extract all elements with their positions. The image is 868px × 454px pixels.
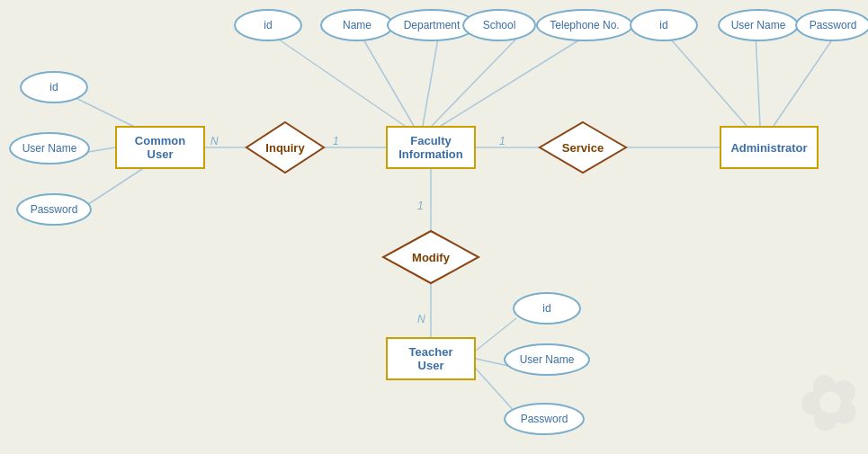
fi-name-label: Name bbox=[343, 19, 371, 31]
tu-username-label: User Name bbox=[520, 353, 575, 366]
ad-username-ellipse: User Name bbox=[718, 9, 799, 41]
svg-text:Service: Service bbox=[562, 141, 604, 155]
svg-line-14 bbox=[774, 33, 837, 126]
cu-id-ellipse: id bbox=[20, 71, 88, 103]
cu-password-label: Password bbox=[31, 203, 78, 216]
svg-line-10 bbox=[432, 33, 522, 126]
ad-id-ellipse: id bbox=[630, 9, 698, 41]
teacher-user-label: Teacher User bbox=[397, 345, 465, 372]
ad-password-label: Password bbox=[810, 19, 857, 31]
fi-dept-label: Department bbox=[404, 19, 461, 31]
tu-password-ellipse: Password bbox=[504, 403, 585, 435]
fi-school-label: School bbox=[483, 19, 516, 31]
administrator-label: Administrator bbox=[730, 141, 807, 155]
svg-text:Modify: Modify bbox=[412, 251, 451, 264]
teacher-user-entity: Teacher User bbox=[386, 337, 476, 380]
common-user-label: Common User bbox=[126, 134, 194, 161]
watermark: ✿ bbox=[786, 353, 868, 452]
cu-id-label: id bbox=[49, 81, 58, 93]
tu-id-label: id bbox=[542, 302, 550, 315]
svg-line-7 bbox=[270, 33, 405, 126]
cu-username-label: User Name bbox=[22, 142, 77, 155]
ad-password-ellipse: Password bbox=[795, 9, 868, 41]
svg-marker-22 bbox=[540, 122, 626, 173]
fi-tel-label: Telephone No. bbox=[550, 19, 619, 31]
cardinality-n2: N bbox=[417, 313, 425, 325]
cu-username-ellipse: User Name bbox=[9, 132, 90, 165]
cardinality-n1: N bbox=[210, 135, 219, 147]
common-user-entity: Common User bbox=[115, 126, 205, 169]
fi-school-ellipse: School bbox=[462, 9, 536, 41]
svg-line-19 bbox=[476, 369, 516, 414]
svg-marker-20 bbox=[246, 122, 324, 173]
cardinality-1b: 1 bbox=[499, 135, 506, 147]
cardinality-1a: 1 bbox=[333, 135, 339, 147]
svg-text:Inquiry: Inquiry bbox=[265, 141, 305, 155]
svg-line-17 bbox=[476, 318, 516, 351]
administrator-entity: Administrator bbox=[720, 126, 819, 169]
ad-username-label: User Name bbox=[731, 19, 786, 31]
svg-line-11 bbox=[441, 33, 590, 126]
service-diamond: Service bbox=[538, 120, 628, 174]
inquiry-diamond: Inquiry bbox=[245, 120, 326, 174]
svg-line-9 bbox=[423, 33, 439, 126]
svg-line-12 bbox=[666, 33, 747, 126]
cardinality-1c: 1 bbox=[417, 200, 424, 212]
fi-id-ellipse: id bbox=[234, 9, 302, 41]
svg-line-13 bbox=[756, 33, 760, 126]
ad-id-label: id bbox=[659, 19, 667, 31]
fi-tel-ellipse: Telephone No. bbox=[536, 9, 633, 41]
svg-marker-24 bbox=[383, 231, 479, 283]
fi-name-ellipse: Name bbox=[320, 9, 394, 41]
faculty-info-label: Faculty Information bbox=[398, 134, 463, 161]
cu-password-ellipse: Password bbox=[16, 193, 92, 226]
modify-diamond: Modify bbox=[381, 229, 480, 285]
tu-username-ellipse: User Name bbox=[504, 343, 590, 376]
faculty-info-entity: Faculty Information bbox=[386, 126, 476, 169]
tu-password-label: Password bbox=[521, 413, 568, 425]
svg-line-8 bbox=[360, 33, 414, 126]
tu-id-ellipse: id bbox=[513, 292, 581, 325]
fi-id-label: id bbox=[264, 19, 272, 31]
